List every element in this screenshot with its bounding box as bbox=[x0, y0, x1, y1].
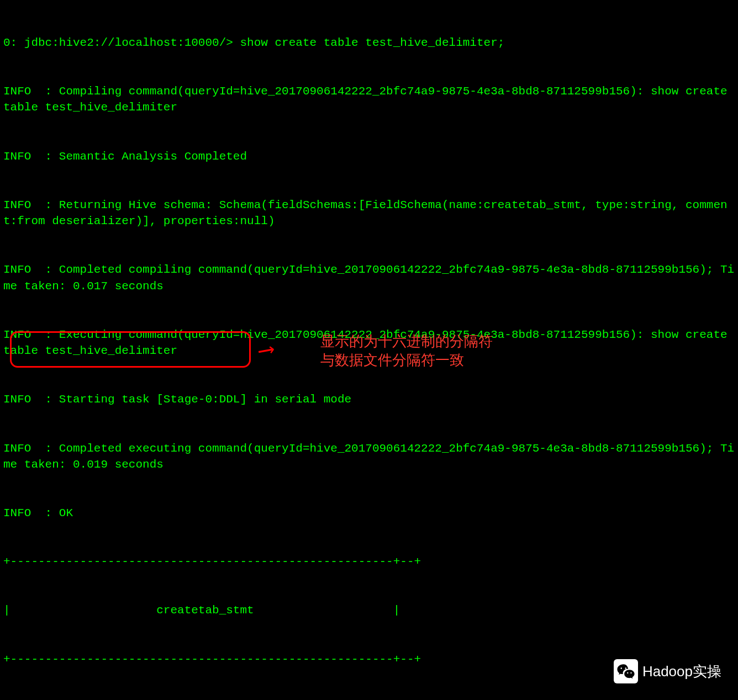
log-line: INFO : Completed compiling command(query… bbox=[3, 262, 735, 294]
annotation-text: 显示的为十六进制的分隔符 与数据文件分隔符一致 bbox=[320, 332, 493, 370]
table-border: +---------------------------------------… bbox=[3, 554, 735, 570]
log-line: INFO : Compiling command(queryId=hive_20… bbox=[3, 83, 735, 116]
log-line: INFO : Completed executing command(query… bbox=[3, 441, 735, 473]
log-line: INFO : Returning Hive schema: Schema(fie… bbox=[3, 197, 735, 230]
log-line: INFO : Semantic Analysis Completed bbox=[3, 149, 735, 165]
prompt-line: 0: jdbc:hive2://localhost:10000/> show c… bbox=[3, 35, 735, 51]
watermark: Hadoop实操 bbox=[614, 659, 721, 683]
log-line: INFO : OK bbox=[3, 505, 735, 521]
table-header: | createtab_stmt | bbox=[3, 602, 735, 618]
wechat-icon bbox=[614, 659, 638, 683]
log-line: INFO : Starting task [Stage-0:DDL] in se… bbox=[3, 391, 735, 407]
watermark-text: Hadoop实操 bbox=[642, 661, 721, 681]
